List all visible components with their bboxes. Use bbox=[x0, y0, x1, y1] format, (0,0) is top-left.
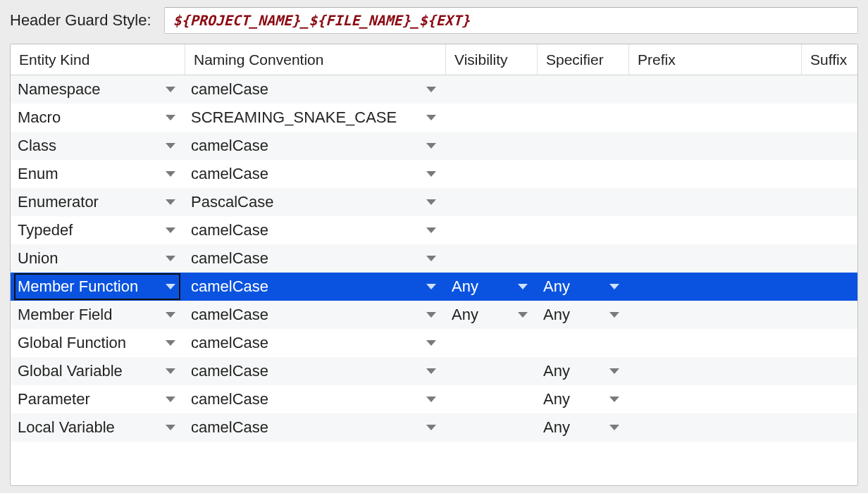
entity-kind-dropdown[interactable]: Union bbox=[15, 246, 180, 271]
entity-kind-dropdown[interactable]: Parameter bbox=[15, 387, 180, 412]
entity-kind-cell[interactable]: Parameter bbox=[11, 385, 185, 413]
naming-convention-cell[interactable]: camelCase bbox=[185, 357, 446, 385]
table-row[interactable]: UnioncamelCase bbox=[11, 244, 857, 273]
suffix-cell[interactable] bbox=[802, 188, 857, 216]
naming-convention-cell[interactable]: camelCase bbox=[185, 273, 446, 301]
naming-convention-dropdown[interactable]: camelCase bbox=[191, 277, 440, 296]
prefix-cell[interactable] bbox=[629, 75, 802, 104]
prefix-cell[interactable] bbox=[629, 132, 802, 160]
naming-convention-cell[interactable]: camelCase bbox=[185, 216, 446, 244]
visibility-dropdown[interactable]: Any bbox=[452, 277, 532, 296]
suffix-cell[interactable] bbox=[802, 216, 857, 244]
naming-convention-cell[interactable]: camelCase bbox=[185, 132, 446, 160]
naming-convention-cell[interactable]: PascalCase bbox=[185, 188, 446, 216]
suffix-cell[interactable] bbox=[802, 75, 857, 104]
naming-convention-dropdown[interactable]: camelCase bbox=[191, 137, 440, 155]
suffix-cell[interactable] bbox=[802, 385, 857, 413]
table-row[interactable]: EnumcamelCase bbox=[11, 160, 857, 188]
column-header-specifier[interactable]: Specifier bbox=[538, 44, 629, 75]
entity-kind-dropdown[interactable]: Global Function bbox=[15, 330, 180, 356]
naming-convention-cell[interactable]: camelCase bbox=[185, 244, 446, 273]
naming-convention-cell[interactable]: SCREAMING_SNAKE_CASE bbox=[185, 104, 446, 132]
entity-kind-dropdown[interactable]: Typedef bbox=[15, 218, 180, 243]
table-row[interactable]: EnumeratorPascalCase bbox=[11, 188, 857, 216]
table-row[interactable]: Member FunctioncamelCaseAnyAny bbox=[11, 273, 857, 301]
entity-kind-dropdown[interactable]: Member Function bbox=[15, 274, 180, 299]
specifier-cell[interactable]: Any bbox=[538, 413, 629, 442]
specifier-dropdown[interactable]: Any bbox=[543, 277, 624, 296]
entity-kind-cell[interactable]: Class bbox=[11, 132, 185, 160]
naming-convention-dropdown[interactable]: camelCase bbox=[191, 418, 440, 437]
naming-convention-dropdown[interactable]: camelCase bbox=[191, 80, 440, 99]
table-row[interactable]: ClasscamelCase bbox=[11, 132, 857, 160]
suffix-cell[interactable] bbox=[802, 160, 857, 188]
suffix-cell[interactable] bbox=[802, 244, 857, 273]
naming-convention-cell[interactable]: camelCase bbox=[185, 160, 446, 188]
prefix-cell[interactable] bbox=[629, 301, 802, 329]
entity-kind-dropdown[interactable]: Class bbox=[15, 133, 180, 158]
suffix-cell[interactable] bbox=[802, 273, 857, 301]
table-row[interactable]: Member FieldcamelCaseAnyAny bbox=[11, 301, 857, 329]
entity-kind-cell[interactable]: Local Variable bbox=[11, 413, 185, 442]
entity-kind-cell[interactable]: Global Function bbox=[11, 329, 185, 357]
entity-kind-dropdown[interactable]: Macro bbox=[15, 105, 180, 130]
naming-convention-dropdown[interactable]: PascalCase bbox=[191, 193, 440, 211]
naming-convention-dropdown[interactable]: camelCase bbox=[191, 306, 440, 324]
table-row[interactable]: TypedefcamelCase bbox=[11, 216, 857, 244]
prefix-cell[interactable] bbox=[629, 413, 802, 442]
visibility-dropdown[interactable]: Any bbox=[452, 306, 532, 324]
table-row[interactable]: NamespacecamelCase bbox=[11, 75, 857, 104]
naming-convention-dropdown[interactable]: camelCase bbox=[191, 221, 440, 239]
column-header-suffix[interactable]: Suffix bbox=[802, 44, 857, 75]
entity-kind-cell[interactable]: Member Field bbox=[11, 301, 185, 329]
visibility-cell[interactable]: Any bbox=[446, 301, 538, 329]
table-row[interactable]: Local VariablecamelCaseAny bbox=[11, 413, 857, 442]
naming-convention-cell[interactable]: camelCase bbox=[185, 301, 446, 329]
specifier-cell[interactable]: Any bbox=[538, 301, 629, 329]
visibility-cell[interactable]: Any bbox=[446, 273, 538, 301]
prefix-cell[interactable] bbox=[629, 273, 802, 301]
column-header-visibility[interactable]: Visibility bbox=[446, 44, 538, 75]
entity-kind-dropdown[interactable]: Local Variable bbox=[15, 415, 180, 440]
prefix-cell[interactable] bbox=[629, 160, 802, 188]
entity-kind-cell[interactable]: Macro bbox=[11, 104, 185, 132]
specifier-cell[interactable]: Any bbox=[538, 273, 629, 301]
naming-convention-dropdown[interactable]: SCREAMING_SNAKE_CASE bbox=[191, 108, 440, 127]
suffix-cell[interactable] bbox=[802, 301, 857, 329]
table-row[interactable]: Global FunctioncamelCase bbox=[11, 329, 857, 357]
suffix-cell[interactable] bbox=[802, 413, 857, 442]
naming-convention-cell[interactable]: camelCase bbox=[185, 385, 446, 413]
specifier-cell[interactable]: Any bbox=[538, 385, 629, 413]
column-header-prefix[interactable]: Prefix bbox=[629, 44, 802, 75]
header-guard-input[interactable] bbox=[164, 7, 858, 34]
entity-kind-cell[interactable]: Member Function bbox=[11, 273, 185, 301]
prefix-cell[interactable] bbox=[629, 357, 802, 385]
prefix-cell[interactable] bbox=[629, 216, 802, 244]
prefix-cell[interactable] bbox=[629, 385, 802, 413]
naming-convention-cell[interactable]: camelCase bbox=[185, 329, 446, 357]
entity-kind-cell[interactable]: Namespace bbox=[11, 75, 185, 104]
naming-convention-cell[interactable]: camelCase bbox=[185, 413, 446, 442]
table-row[interactable]: ParametercamelCaseAny bbox=[11, 385, 857, 413]
suffix-cell[interactable] bbox=[802, 132, 857, 160]
entity-kind-cell[interactable]: Typedef bbox=[11, 216, 185, 244]
entity-kind-dropdown[interactable]: Member Field bbox=[15, 302, 180, 327]
specifier-dropdown[interactable]: Any bbox=[543, 418, 624, 437]
entity-kind-dropdown[interactable]: Global Variable bbox=[15, 358, 180, 384]
suffix-cell[interactable] bbox=[802, 104, 857, 132]
naming-convention-cell[interactable]: camelCase bbox=[185, 75, 446, 104]
suffix-cell[interactable] bbox=[802, 329, 857, 357]
entity-kind-cell[interactable]: Enum bbox=[11, 160, 185, 188]
naming-convention-dropdown[interactable]: camelCase bbox=[191, 362, 440, 380]
suffix-cell[interactable] bbox=[802, 357, 857, 385]
entity-kind-cell[interactable]: Union bbox=[11, 244, 185, 273]
specifier-cell[interactable]: Any bbox=[538, 357, 629, 385]
naming-convention-dropdown[interactable]: camelCase bbox=[191, 390, 440, 408]
entity-kind-dropdown[interactable]: Enum bbox=[15, 161, 180, 187]
column-header-naming[interactable]: Naming Convention bbox=[185, 44, 446, 75]
entity-kind-dropdown[interactable]: Namespace bbox=[15, 77, 180, 102]
table-row[interactable]: Global VariablecamelCaseAny bbox=[11, 357, 857, 385]
entity-kind-cell[interactable]: Global Variable bbox=[11, 357, 185, 385]
specifier-dropdown[interactable]: Any bbox=[543, 390, 624, 408]
entity-kind-cell[interactable]: Enumerator bbox=[11, 188, 185, 216]
